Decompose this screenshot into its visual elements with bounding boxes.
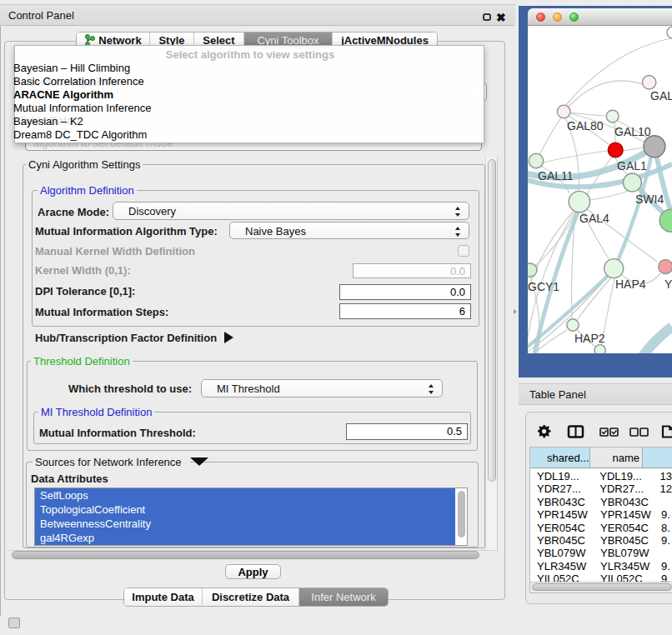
svg-text:GAL: GAL [650,89,672,102]
svg-text:GAL1: GAL1 [617,159,647,172]
svg-text:GAL4: GAL4 [579,212,609,225]
svg-text:GCY1: GCY1 [528,280,559,293]
svg-text:GAL11: GAL11 [538,169,574,182]
svg-text:SWI4: SWI4 [635,192,664,206]
svg-text:HAP2: HAP2 [574,332,605,345]
svg-text:GAL10: GAL10 [614,125,651,138]
svg-text:HAP4: HAP4 [615,278,646,291]
svg-text:YK: YK [664,278,672,291]
svg-text:GAL80: GAL80 [567,119,604,132]
